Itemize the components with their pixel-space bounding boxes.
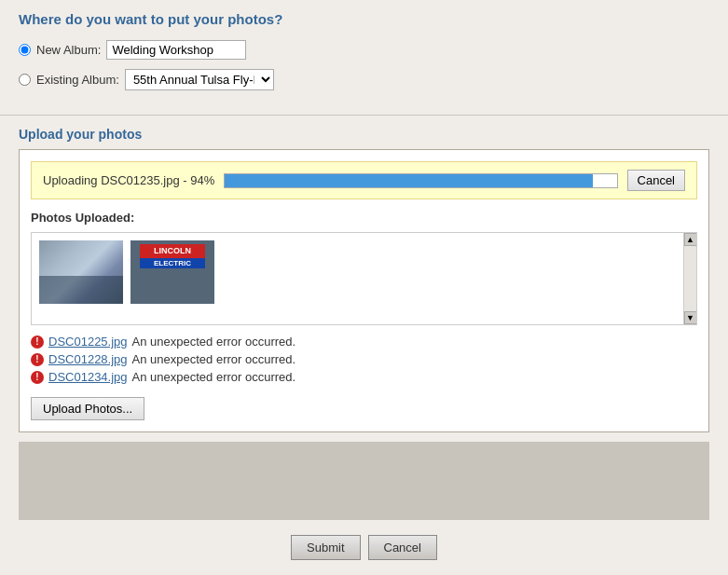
upload-title: Upload your photos — [19, 127, 709, 142]
error-message-3: An unexpected error occurred. — [132, 370, 296, 384]
progress-area: Uploading DSC01235.jpg - 94% Cancel — [31, 161, 697, 199]
bottom-buttons: Submit Cancel — [0, 520, 728, 575]
scroll-down-arrow[interactable]: ▼ — [684, 311, 697, 324]
upload-box-wrapper: Uploading DSC01235.jpg - 94% Cancel Phot… — [0, 149, 728, 442]
error-item-2: ! DSC01228.jpg An unexpected error occur… — [31, 352, 697, 366]
page-question: Where do you want to put your photos? — [19, 11, 709, 27]
lincoln-sign-top: LINCOLN — [140, 244, 205, 258]
photos-uploaded-label: Photos Uploaded: — [31, 211, 697, 225]
upload-header: Upload your photos — [0, 116, 728, 149]
error-message-2: An unexpected error occurred. — [132, 352, 296, 366]
new-album-input[interactable] — [106, 40, 246, 60]
existing-album-option: Existing Album: 55th Annual Tulsa Fly-In… — [19, 69, 709, 90]
progress-label: Uploading DSC01235.jpg - 94% — [43, 173, 214, 187]
error-list: ! DSC01225.jpg An unexpected error occur… — [31, 335, 697, 384]
error-filename-2[interactable]: DSC01228.jpg — [48, 352, 128, 366]
error-icon-3: ! — [31, 371, 44, 384]
upload-box: Uploading DSC01235.jpg - 94% Cancel Phot… — [19, 149, 709, 432]
new-album-option: New Album: — [19, 40, 709, 60]
error-icon-2: ! — [31, 353, 44, 366]
progress-cancel-button[interactable]: Cancel — [627, 170, 685, 191]
new-album-radio[interactable] — [19, 44, 31, 56]
error-filename-1[interactable]: DSC01225.jpg — [48, 335, 128, 349]
progress-bar-fill — [225, 174, 593, 187]
existing-album-label: Existing Album: — [36, 73, 119, 87]
gray-area — [19, 442, 709, 520]
error-item-1: ! DSC01225.jpg An unexpected error occur… — [31, 335, 697, 349]
lincoln-sign-bottom: ELECTRIC — [140, 258, 205, 268]
error-item-3: ! DSC01234.jpg An unexpected error occur… — [31, 370, 697, 384]
cancel-button[interactable]: Cancel — [368, 535, 437, 560]
existing-album-radio[interactable] — [19, 74, 31, 86]
scroll-up-arrow[interactable]: ▲ — [684, 233, 697, 246]
photos-grid: LINCOLN ELECTRIC ▲ ▼ — [31, 232, 697, 325]
new-album-label: New Album: — [36, 43, 101, 57]
photo-scrollbar[interactable]: ▲ ▼ — [683, 233, 696, 324]
existing-album-select[interactable]: 55th Annual Tulsa Fly-In Other Album — [125, 69, 274, 90]
progress-bar-container — [224, 173, 617, 188]
error-message-1: An unexpected error occurred. — [132, 335, 296, 349]
photo-thumb-2: LINCOLN ELECTRIC — [130, 240, 214, 304]
upload-photos-button[interactable]: Upload Photos... — [31, 397, 144, 420]
error-filename-3[interactable]: DSC01234.jpg — [48, 370, 128, 384]
scroll-thumb — [685, 246, 696, 311]
photo-thumb-1 — [39, 240, 123, 304]
error-icon-1: ! — [31, 335, 44, 349]
submit-button[interactable]: Submit — [291, 535, 360, 560]
